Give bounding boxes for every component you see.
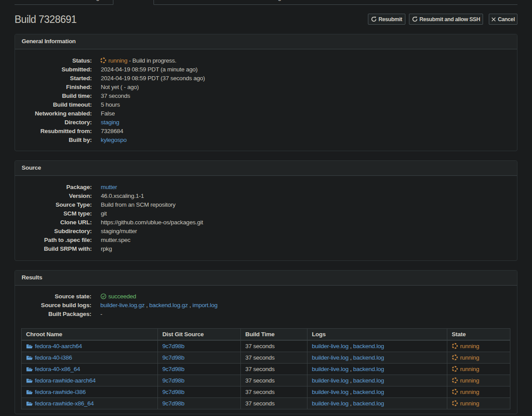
logs-cell: builder-live.log , backend.log (307, 386, 447, 397)
chroot-link[interactable]: fedora-40-i386 (26, 354, 72, 361)
log-link[interactable]: backend.log.gz (149, 302, 187, 308)
page-title: Build 7328691 (15, 14, 77, 25)
state-text: running (460, 377, 479, 384)
prop-label: Version: (22, 192, 92, 201)
prop-text: 37 seconds (101, 93, 131, 99)
prop-value: git (101, 209, 511, 218)
log-link[interactable]: builder-live.log (312, 343, 348, 349)
separator: , (188, 302, 193, 308)
log-link[interactable]: import.log (192, 302, 217, 308)
log-link[interactable]: builder-live.log (312, 366, 348, 372)
prop-label: Package: (22, 183, 92, 192)
spinner-icon (452, 389, 458, 395)
chroot-name-link: fedora-40-i386 (35, 354, 72, 361)
column-header: Dist Git Source (158, 328, 241, 340)
prop-value: 2024-04-19 08:59 PDT (37 seconds ago) (101, 74, 511, 83)
log-link[interactable]: backend.log (353, 343, 384, 349)
check-circle-icon (101, 293, 106, 299)
build-time-cell: 37 seconds (241, 386, 307, 397)
dist-git-link[interactable]: 9c7d98b (162, 354, 184, 361)
prop-label: Source build logs: (21, 301, 91, 310)
kylegospo-link[interactable]: kylegospo (101, 137, 127, 143)
state-text: running (460, 354, 479, 361)
chroot-link[interactable]: fedora-40-aarch64 (26, 343, 82, 349)
chroot-name-cell: fedora-40-i386 (22, 352, 158, 363)
mutter-link[interactable]: mutter (101, 184, 117, 190)
resubmit-button[interactable]: Resubmit (368, 14, 405, 25)
chroot-link[interactable]: fedora-rawhide-i386 (26, 389, 86, 395)
log-link[interactable]: builder-live.log (312, 400, 348, 407)
dist-git-link[interactable]: 9c7d98b (162, 366, 184, 372)
chroot-name-cell: fedora-40-aarch64 (22, 340, 158, 352)
prop-value: running - Build in progress. (101, 56, 511, 65)
column-header: Logs (307, 328, 447, 340)
dist-git-link[interactable]: 9c7d98b (162, 400, 184, 407)
dist-git-cell: 9c7d98b (158, 375, 241, 386)
prop-value: mutter (101, 183, 511, 192)
status-suffix: - Build in progress. (127, 57, 176, 64)
resubmit-ssh-label: Resubmit and allow SSH (420, 16, 480, 22)
log-link[interactable]: backend.log (353, 400, 384, 407)
prop-value: Build from an SCM repository (101, 201, 511, 209)
prop-value: 37 seconds (101, 92, 511, 100)
prop-label: Submitted: (22, 65, 92, 74)
chroot-table: Chroot NameDist Git SourceBuild TimeLogs… (21, 328, 510, 409)
prop-text: Not yet ( - ago) (101, 84, 139, 90)
logs-cell: builder-live.log , backend.log (307, 363, 447, 375)
state-text: running (460, 400, 479, 407)
prop-label: Resubmitted from: (22, 127, 92, 136)
resubmit-ssh-button[interactable]: Resubmit and allow SSH (409, 14, 483, 25)
dist-git-link[interactable]: 9c7d98b (162, 389, 184, 395)
separator: , (348, 354, 353, 361)
general-information-panel: General Information Status:running - Bui… (15, 34, 517, 151)
prop-text: 46.0.xscaling.1-1 (101, 193, 144, 199)
chroot-link[interactable]: fedora-rawhide-aarch64 (26, 377, 96, 384)
log-link[interactable]: builder-live.log.gz (101, 302, 145, 308)
cancel-label: Cancel (498, 16, 515, 22)
dist-git-link[interactable]: 9c7d98b (162, 343, 184, 349)
folder-open-icon (26, 366, 33, 372)
dist-git-cell: 9c7d98b (158, 340, 241, 352)
log-link[interactable]: builder-live.log (312, 354, 348, 361)
dist-git-link[interactable]: 9c7d98b (162, 377, 184, 384)
separator: , (348, 377, 353, 384)
chroot-link[interactable]: fedora-rawhide-x86_64 (26, 400, 94, 407)
prop-value: builder-live.log.gz , backend.log.gz , i… (101, 301, 511, 310)
state-cell: running (447, 397, 510, 409)
build-time-cell: 37 seconds (241, 397, 307, 409)
folder-open-icon (26, 355, 33, 360)
separator: , (348, 366, 353, 372)
prop-text: git (101, 210, 107, 217)
prop-label: Build timeout: (22, 100, 92, 109)
prop-value: 46.0.xscaling.1-1 (101, 192, 511, 201)
prop-value: 5 hours (101, 100, 511, 109)
logs-cell: builder-live.log , backend.log (307, 397, 447, 409)
prop-text: 5 hours (101, 101, 120, 108)
prop-label: Clone URL: (22, 218, 92, 227)
prop-label: Built by: (22, 136, 92, 145)
folder-open-icon (26, 389, 33, 395)
prop-value: rpkg (101, 245, 511, 253)
log-link[interactable]: builder-live.log (312, 377, 348, 384)
prop-value: 2024-04-19 08:59 PDT (a minute ago) (101, 65, 511, 74)
prop-label: Path to .spec file: (22, 236, 92, 245)
chroot-link[interactable]: fedora-40-x86_64 (26, 366, 80, 372)
build-time-cell: 37 seconds (241, 340, 307, 352)
logs-cell: builder-live.log , backend.log (307, 340, 447, 352)
state-text: running (460, 389, 479, 395)
chroot-row: fedora-rawhide-i3869c7d98b37 secondsbuil… (22, 386, 510, 397)
prop-label: Status: (22, 56, 92, 65)
state-cell: running (447, 363, 510, 375)
spinner-icon (100, 57, 106, 63)
prop-text: rpkg (101, 245, 112, 252)
chroot-name-link: fedora-rawhide-x86_64 (35, 400, 94, 407)
cancel-button[interactable]: Cancel (489, 14, 517, 25)
prop-label: Finished: (22, 83, 92, 92)
separator: , (348, 343, 353, 349)
staging-link[interactable]: staging (101, 119, 120, 126)
log-link[interactable]: builder-live.log (312, 389, 348, 395)
log-link[interactable]: backend.log (353, 389, 384, 395)
log-link[interactable]: backend.log (353, 366, 384, 372)
log-link[interactable]: backend.log (353, 354, 384, 361)
log-link[interactable]: backend.log (353, 377, 384, 384)
